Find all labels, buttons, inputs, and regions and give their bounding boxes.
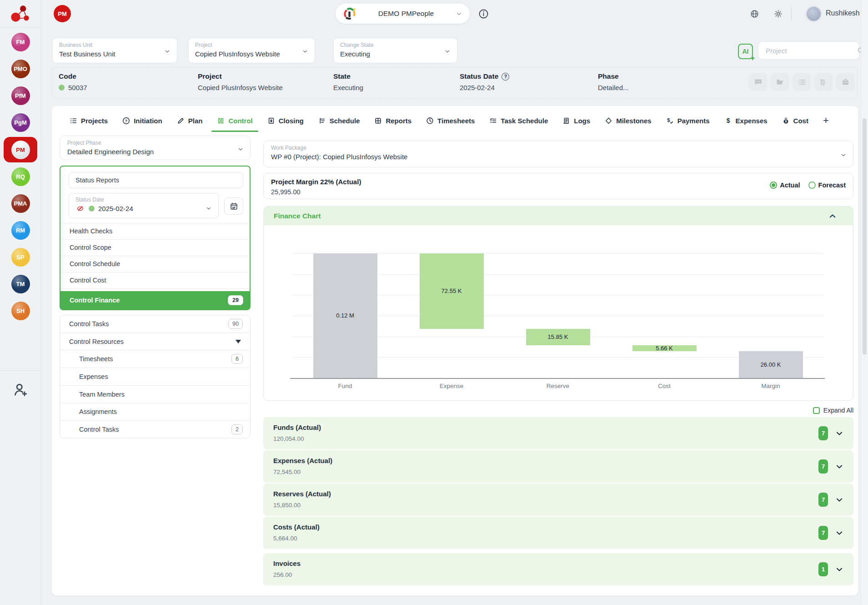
tab-projects[interactable]: Projects [69, 114, 109, 127]
tab-label: + [823, 115, 829, 126]
sidebar-role-rm[interactable]: RM [11, 221, 30, 240]
language-globe-icon[interactable] [750, 10, 759, 18]
briefcase-button[interactable] [836, 73, 854, 91]
list-view-button[interactable] [793, 73, 811, 91]
left-menu-control-resources[interactable]: Control Resources [60, 333, 250, 351]
project-select[interactable]: Project Copied PlusInfosys Website [188, 38, 315, 63]
help-icon[interactable]: ? [502, 73, 509, 81]
sidebar-role-pgm[interactable]: PgM [11, 113, 30, 132]
count-badge: 6 [231, 354, 243, 364]
status-reports-header[interactable]: Status Reports [69, 172, 243, 188]
tab-closing[interactable]: Closing [266, 114, 305, 127]
left-menu-timesheets-sub[interactable]: Timesheets6 [60, 350, 250, 368]
project-phase-select[interactable]: Project Phase Detailed Engineering Desig… [60, 136, 251, 160]
project-search-input[interactable] [765, 46, 857, 55]
accordion-title: Expenses (Actual) [273, 457, 332, 464]
sidebar-role-sh[interactable]: SH [11, 302, 30, 320]
tab-plan[interactable]: Plan [176, 114, 204, 127]
change-state-label: Change State [340, 42, 451, 48]
left-menu-control-cost[interactable]: Control Cost [60, 272, 250, 289]
chart-bar-fund: 0.12 M [313, 253, 377, 378]
business-unit-select[interactable]: Business Unit Test Business Unit [52, 38, 177, 63]
tab-reports[interactable]: Reports [373, 114, 412, 127]
tab-label: Plan [188, 117, 203, 125]
accordion-invoices[interactable]: Invoices256.001 [263, 553, 853, 585]
left-menu-expenses-sub[interactable]: Expenses [60, 368, 250, 386]
menu-label: Timesheets [60, 355, 231, 363]
user-avatar[interactable] [807, 7, 821, 21]
left-menu-control-schedule[interactable]: Control Schedule [60, 256, 250, 272]
accordion-funds-actual[interactable]: Funds (Actual)120,054.007 [263, 417, 853, 449]
comments-button[interactable] [749, 73, 767, 91]
sidebar-divider [0, 27, 41, 28]
collapse-chevron-up-icon[interactable] [828, 212, 837, 220]
left-menu-control-tasks-sub[interactable]: Control Tasks2 [60, 421, 250, 438]
sidebar-role-pmo[interactable]: PMO [11, 60, 30, 78]
open-folder-button[interactable] [771, 73, 789, 91]
tab-expenses[interactable]: $Expenses [723, 114, 768, 127]
project-summary-panel: Code 50037 Project Copied PlusInfosys We… [51, 67, 858, 99]
tab-control[interactable]: Control [216, 114, 253, 127]
accordion-title: Funds (Actual) [273, 424, 321, 431]
tab-payments[interactable]: $Payments [665, 114, 711, 127]
info-icon[interactable] [478, 9, 489, 19]
radio-actual[interactable]: Actual [770, 182, 800, 189]
current-role-badge[interactable]: PM [54, 5, 71, 22]
expand-all-checkbox[interactable] [813, 407, 820, 414]
chevron-down-icon[interactable] [835, 529, 843, 537]
svg-text:$: $ [726, 117, 730, 124]
sidebar-role-sp[interactable]: SP [11, 248, 30, 267]
tab-milestones[interactable]: Milestones [604, 114, 652, 127]
left-menu-control-tasks[interactable]: Control Tasks90 [60, 315, 250, 333]
accordion-costs-actual[interactable]: Costs (Actual)5,664.007 [263, 517, 853, 549]
accordion-value: 256.00 [273, 571, 292, 578]
category-label: Fund [309, 383, 381, 389]
sidebar-role-pfm[interactable]: PfM [11, 86, 30, 105]
add-person-icon[interactable] [12, 382, 29, 398]
workspace-selector[interactable]: DEMO PMPeople [336, 4, 470, 24]
dollar-check-icon: $ [666, 117, 674, 125]
chevron-down-icon[interactable] [835, 496, 843, 504]
x-axis-line [290, 378, 825, 379]
tab-add-view[interactable]: + [822, 112, 830, 129]
left-menu-control-finance[interactable]: Control Finance29 [60, 291, 250, 309]
sidebar-role-rq[interactable]: RQ [11, 167, 30, 186]
accordion-reserves-actual[interactable]: Reserves (Actual)15,850.007 [263, 484, 853, 516]
left-menu-control-scope[interactable]: Control Scope [60, 240, 250, 256]
ai-assistant-button[interactable]: AI ✦ [738, 44, 753, 59]
chevron-down-icon [302, 48, 308, 55]
tab-timesheets[interactable]: Timesheets [425, 114, 476, 127]
calendar-button[interactable] [224, 197, 243, 215]
chevron-down-icon[interactable] [835, 429, 843, 438]
accordion-expenses-actual[interactable]: Expenses (Actual)72,545.007 [263, 450, 853, 483]
tree-view-button[interactable] [814, 73, 833, 91]
sidebar-role-pm[interactable]: PM [4, 137, 37, 162]
tab-task-schedule[interactable]: Task Schedule [488, 114, 549, 127]
count-badge: 7 [818, 493, 828, 507]
count-badge: 7 [818, 459, 828, 474]
radio-forecast[interactable]: Forecast [808, 182, 846, 189]
project-phase-value: Detailed Engineering Design [67, 148, 243, 156]
tab-label: Projects [81, 117, 108, 125]
work-package-select[interactable]: Work Package WP #0 (Project): Copied Plu… [263, 141, 853, 167]
tab-label: Logs [574, 117, 590, 125]
change-state-select[interactable]: Change State Executing [333, 38, 457, 63]
chevron-down-icon[interactable] [835, 565, 843, 574]
settings-gear-icon[interactable] [774, 10, 783, 18]
status-date-select[interactable]: Status Date 2025-02-24 [69, 193, 219, 218]
sidebar-role-tm[interactable]: TM [11, 275, 30, 293]
sidebar-role-pma[interactable]: PMA [11, 194, 30, 213]
app-root: FMPMOPfMPgMPMRQPMARMSPTMSH PM [0, 0, 868, 605]
sidebar-role-fm[interactable]: FM [11, 33, 30, 51]
left-menu-team-members-sub[interactable]: Team Members [60, 386, 250, 403]
left-menu-health-checks[interactable]: Health Checks [60, 223, 250, 240]
tab-cost[interactable]: $Cost [781, 114, 809, 127]
chevron-down-icon[interactable] [835, 463, 843, 471]
tab-schedule[interactable]: Schedule [317, 114, 361, 127]
count-badge: 2 [231, 424, 243, 434]
left-menu-assignments-sub[interactable]: Assignments [60, 403, 250, 421]
tab-logs[interactable]: Logs [562, 114, 591, 127]
scrollbar-thumb[interactable] [863, 118, 867, 355]
tab-initiation[interactable]: ?Initiation [121, 114, 163, 127]
bar-value-label: 26.00 K [761, 361, 781, 368]
